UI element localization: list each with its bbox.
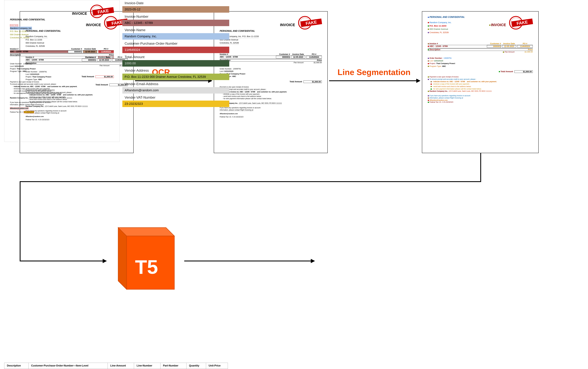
field-label: Invoice-Date [122,0,229,6]
t5-model-cube: T5 [113,225,180,292]
field-label: Customer-Purchase-Order-Number [122,40,229,47]
field-label: Invoice-Number [122,13,229,20]
table-header: Line-Amount [108,363,134,369]
field-value: ABC - 12345 - 67/89 [122,20,229,26]
arrow-seg [329,79,420,83]
table-header: Line-Number [134,363,160,369]
field-label: Vendor-Email-Address [122,81,229,87]
table-header: Description [4,363,29,369]
svg-marker-0 [118,228,174,236]
field-label: Total-Amount [122,54,229,60]
stage-ocr-output: FAKE INVOICE PERSONAL AND CONFIDENTIAL R… [214,11,328,153]
line-items-table: DescriptionCustomer-Purchase-Order-Numbe… [4,363,228,369]
fake-stamp-icon: FAKE [298,14,323,31]
table-header: Unit-Price [206,363,228,369]
stage-line-segmented: FAKE INVOICE PERSONAL AND CONFIDENTIAL R… [422,11,539,153]
extracted-fields-panel: Invoice-Date2023-05-12Invoice-NumberABC … [122,0,229,108]
field-value: P.O. Box 11-2233 000 Drainer Avenue Cres… [122,74,229,80]
field-value: Random Company, Inc. [122,33,229,40]
table-header: Customer-Purchase-Order-Number—Item-Leve… [29,363,108,369]
field-value: 2023-05-12 [122,6,229,13]
fake-stamp-icon: FAKE [90,3,115,20]
field-label: Vendor-VAT-Number [122,94,229,100]
field-label: Vendor-Address [122,67,229,74]
line-segmentation-label: Line Segmentation [337,67,410,77]
field-value: ARandom@random.com [122,87,229,94]
field-label: Vendor-Name [122,27,229,33]
fake-stamp-icon: FAKE [509,14,534,31]
table-header: Part-Number [160,363,186,369]
annotated-invoice-doc: FAKE INVOICE PERSONAL AND CONFIDENTIAL V… [4,0,120,142]
field-value: 1000.00 [122,60,229,67]
field-value: 23-23232323 [122,100,229,107]
table-header: Quantity [186,363,206,369]
stage-extraction-result: FAKE INVOICE PERSONAL AND CONFIDENTIAL V… [0,0,231,149]
svg-marker-1 [118,228,126,289]
field-value: 11#649324 [122,47,229,53]
